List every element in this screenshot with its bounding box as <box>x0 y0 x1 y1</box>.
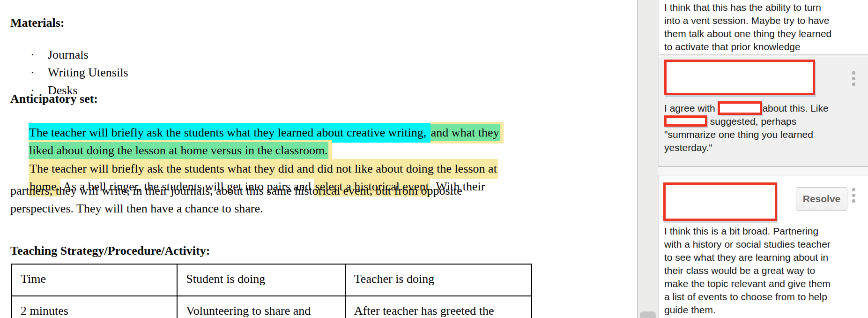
redaction-box <box>664 60 815 95</box>
comments-gutter <box>638 0 658 318</box>
header-cell-student: Student is doing <box>177 264 345 296</box>
highlight-green-comment-anchor[interactable]: and what they <box>430 124 500 141</box>
comment-text: I think that this has the ability to tur… <box>664 1 831 53</box>
document-page[interactable]: Materials: ·Journals ·Writing Utensils ·… <box>0 0 637 318</box>
cell-student: Volunteering to share and <box>177 296 345 318</box>
resolve-button[interactable]: Resolve <box>796 187 847 211</box>
anticipatory-line-6: perspectives. They will then have a chan… <box>10 202 263 216</box>
kebab-menu-icon[interactable] <box>852 71 856 86</box>
anticipatory-line-5: partners, they will write, in their jour… <box>10 184 462 198</box>
redaction-box <box>718 101 762 115</box>
comment-text: I agree with about this. Like suggested,… <box>664 102 829 154</box>
google-docs-view: Materials: ·Journals ·Writing Utensils ·… <box>0 0 868 318</box>
table-row: 2 minutes Volunteering to share and Afte… <box>12 296 532 318</box>
redaction-box <box>663 182 777 221</box>
header-cell-teacher: Teacher is doing <box>345 264 532 296</box>
anticipatory-set-heading: Anticipatory set: <box>10 92 98 106</box>
scrollbar-thumb[interactable] <box>640 311 656 318</box>
table-header-row: Time Student is doing Teacher is doing <box>12 264 532 296</box>
comment-card-2[interactable]: I agree with about this. Like suggested,… <box>658 57 868 167</box>
comments-panel: I think that this has the ability to tur… <box>658 0 868 318</box>
comment-text: I think this is a bit broad. Partnering … <box>664 225 831 317</box>
header-cell-time: Time <box>12 264 177 296</box>
highlight-yellow-comment-anchor[interactable]: and what they <box>430 122 504 144</box>
cell-time: 2 minutes <box>12 296 177 318</box>
comment-card-1[interactable]: I think that this has the ability to tur… <box>658 0 868 55</box>
redaction-box <box>664 115 707 127</box>
comment-card-3[interactable]: Resolve I think this is a bit broad. Par… <box>658 175 868 318</box>
teaching-strategy-heading: Teaching Strategy/Procedure/Activity: <box>10 244 210 258</box>
kebab-menu-icon[interactable] <box>852 188 856 203</box>
materials-heading: Materials: <box>10 16 65 30</box>
procedure-table[interactable]: Time Student is doing Teacher is doing 2… <box>11 264 532 318</box>
cell-teacher: After teacher has greeted the <box>345 296 532 318</box>
